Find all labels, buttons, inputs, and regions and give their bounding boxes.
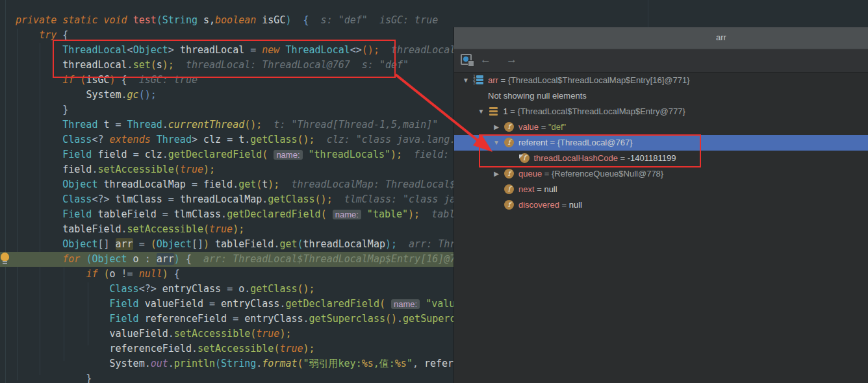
code-line: private static void test(String s,boolea… xyxy=(0,13,868,28)
variable-row[interactable]: fnext = null xyxy=(454,182,868,197)
chevron-down-icon[interactable]: ▼ xyxy=(474,104,489,119)
popup-titlebar[interactable]: arr xyxy=(454,27,868,49)
array-element-icon xyxy=(489,107,498,116)
variable-text: 1 xyxy=(504,104,508,119)
array-icon: 123 xyxy=(473,75,485,86)
variable-text: {ThreadLocal@767} xyxy=(557,135,633,151)
variable-text: = xyxy=(548,135,557,151)
variable-text: = xyxy=(539,119,548,135)
variable-row[interactable]: ▶fqueue = {ReferenceQueue$Null@778} xyxy=(454,166,868,182)
variable-row[interactable]: ▼1 = {ThreadLocal$ThreadLocalMap$Entry@7… xyxy=(454,104,868,119)
forward-icon[interactable]: → xyxy=(506,53,517,66)
variable-row[interactable]: ▼123arr = {ThreadLocal$ThreadLocalMap$En… xyxy=(454,73,868,88)
field-icon: f xyxy=(504,122,514,132)
intention-lightbulb-icon[interactable] xyxy=(1,253,9,261)
variable-text: discovered xyxy=(518,197,559,213)
variable-text: {ThreadLocal$ThreadLocalMap$Entry[16]@77… xyxy=(508,73,690,88)
chevron-down-icon[interactable]: ▼ xyxy=(489,135,504,151)
variable-text: Not showing null elements xyxy=(488,88,587,104)
show-referring-objects-icon[interactable] xyxy=(461,54,475,67)
editor-divider xyxy=(648,0,648,27)
ide-window: private static void test(String s,boolea… xyxy=(0,0,868,383)
chevron-right-icon[interactable]: ▶ xyxy=(489,119,504,135)
param-hint-chip: name: xyxy=(333,210,361,219)
variable-text: threadLocalHashCode xyxy=(534,151,618,166)
variable-text: = xyxy=(535,182,544,197)
field-icon: f xyxy=(504,200,514,210)
variable-text: {ReferenceQueue$Null@778} xyxy=(552,166,663,182)
chevron-right-icon[interactable]: ▶ xyxy=(489,166,504,182)
param-hint-chip: name: xyxy=(274,150,302,160)
field-icon: f xyxy=(504,169,514,179)
variable-text: = xyxy=(559,197,569,213)
variable-text: null xyxy=(544,182,557,197)
variable-text: value xyxy=(518,119,539,135)
variable-text: {ThreadLocal$ThreadLocalMap$Entry@777} xyxy=(518,104,685,119)
variable-text: = xyxy=(542,166,552,182)
variables-tree: ▼123arr = {ThreadLocal$ThreadLocalMap$En… xyxy=(454,73,868,213)
param-hint-chip: name: xyxy=(391,299,420,309)
field-icon: f xyxy=(504,184,514,194)
variable-text: = xyxy=(508,104,518,119)
variable-row[interactable]: Not showing null elements xyxy=(454,88,868,104)
popup-title: arr xyxy=(716,32,726,42)
variable-text: -1401181199 xyxy=(628,151,676,166)
field-icon: f xyxy=(504,138,514,147)
popup-toolbar: ← → xyxy=(454,49,868,73)
variable-row[interactable]: fdiscovered = null xyxy=(454,197,868,213)
variable-text: = xyxy=(498,73,508,88)
field-marker-icon xyxy=(519,154,524,159)
back-icon[interactable]: ← xyxy=(480,53,491,66)
field-icon: f xyxy=(520,153,530,163)
variable-row[interactable]: fthreadLocalHashCode = -1401181199 xyxy=(454,151,868,166)
variables-popup: arr ← → ▼123arr = {ThreadLocal$ThreadLoc… xyxy=(453,27,868,383)
variable-row[interactable]: ▼freferent = {ThreadLocal@767} xyxy=(454,135,868,151)
variable-text: referent xyxy=(518,135,548,151)
chevron-down-icon[interactable]: ▼ xyxy=(459,73,473,88)
variable-text: "def" xyxy=(548,119,566,135)
variable-text: = xyxy=(618,151,628,166)
variable-text: next xyxy=(518,182,535,197)
variable-text: arr xyxy=(488,73,498,88)
variable-text: null xyxy=(569,197,582,213)
variable-row[interactable]: ▶fvalue = "def" xyxy=(454,119,868,135)
variable-text: queue xyxy=(518,166,542,182)
